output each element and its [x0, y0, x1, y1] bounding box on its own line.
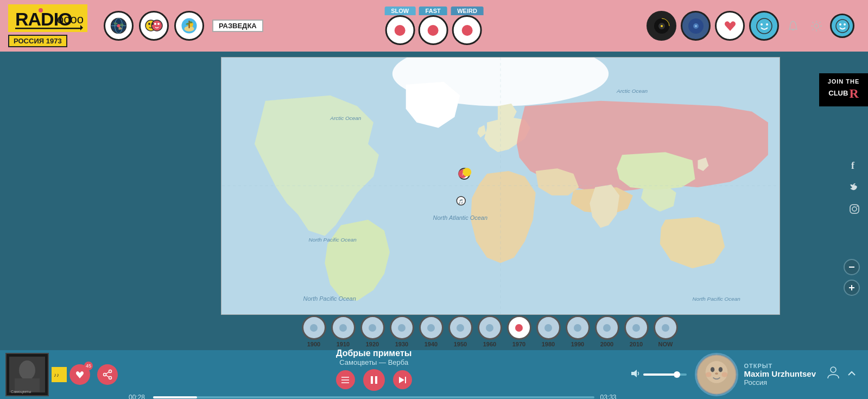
player-controls: Добрые приметы Самоцветы — Верба [118, 349, 630, 400]
svg-point-11 [151, 20, 162, 31]
join-club-line1: JOIN THE [822, 78, 865, 85]
island-nav-icon[interactable] [174, 11, 204, 41]
facebook-icon[interactable]: f [849, 160, 860, 174]
svg-text:f: f [851, 160, 855, 171]
weird-label: WEIRD [451, 7, 484, 15]
like-button[interactable]: 45 [69, 364, 90, 385]
svg-point-65 [109, 377, 112, 379]
fast-label: FAST [419, 7, 447, 15]
timeline-dot-1990 [574, 324, 581, 332]
globe-nav-icon[interactable] [104, 11, 134, 41]
twitter-icon[interactable] [849, 182, 860, 195]
np-country: Россия [744, 378, 816, 387]
timeline-dot-2010 [632, 324, 640, 332]
user-profile-icon[interactable] [830, 14, 854, 38]
player-bar: Самоцветы ♪♪ 45 [0, 350, 868, 399]
slow-label: SLOW [384, 7, 415, 15]
progress-bar[interactable] [153, 396, 594, 398]
fast-button[interactable]: FAST [418, 7, 448, 45]
volume-icon[interactable] [630, 368, 641, 381]
weird-button[interactable]: WEIRD [451, 7, 484, 45]
timeline-item-2000[interactable]: 2000 [595, 315, 619, 347]
svg-line-67 [106, 372, 109, 374]
weird-dot [461, 25, 472, 36]
time-total: 03:33 [600, 394, 619, 400]
timeline-item-1930[interactable]: 1930 [390, 315, 414, 347]
timeline-item-1970[interactable]: 1970 [507, 315, 531, 347]
join-club-button[interactable]: JOIN THE CLUB R [819, 73, 868, 106]
now-playing-info: ОТКРЫТ Maxim Urzhuntsev Россия [744, 363, 816, 387]
zoom-in-button[interactable] [844, 280, 860, 296]
playlist-button[interactable] [336, 370, 355, 389]
timeline-item-1900[interactable]: 1900 [302, 315, 326, 347]
timeline-circle-1990 [566, 315, 590, 340]
timeline-dot-1910 [339, 324, 347, 332]
timeline-item-1920[interactable]: 1920 [360, 315, 385, 347]
join-club-line2: CLUB R [822, 85, 865, 102]
fast-dot [428, 25, 439, 36]
user-avatar[interactable] [695, 353, 738, 396]
timeline-year-1980: 1980 [542, 341, 555, 347]
logo-wrapper[interactable]: RADIO oooo [8, 4, 87, 32]
user-profile-small-icon[interactable] [826, 365, 841, 384]
zoom-out-button[interactable] [844, 259, 860, 275]
timeline-item-NOW[interactable]: NOW [654, 315, 678, 347]
timeline-item-1990[interactable]: 1990 [566, 315, 590, 347]
cd-icon[interactable] [681, 11, 711, 41]
svg-point-25 [695, 25, 697, 27]
timeline-item-1910[interactable]: 1910 [331, 315, 356, 347]
timeline-year-1900: 1900 [307, 341, 320, 347]
settings-gear-icon[interactable] [807, 16, 826, 35]
svg-point-64 [109, 370, 112, 373]
player-left-controls: 45 [67, 364, 118, 385]
share-button[interactable] [97, 364, 118, 385]
instagram-icon[interactable] [849, 204, 860, 217]
svg-text:🎵: 🎵 [458, 199, 464, 204]
timeline-year-1920: 1920 [366, 341, 379, 347]
expand-button[interactable] [846, 368, 857, 382]
timeline-dot-1960 [486, 324, 493, 332]
player-buttons [336, 369, 412, 391]
band-label-icon[interactable]: ♪♪ [52, 367, 67, 382]
slow-button[interactable]: SLOW [384, 7, 415, 45]
svg-text:North Atlantic Ocean: North Atlantic Ocean [433, 214, 488, 221]
svg-point-43 [462, 168, 471, 176]
timeline-item-1940[interactable]: 1940 [419, 315, 443, 347]
map-wrapper[interactable]: Arctic Ocean Arctic Ocean North Pacific … [221, 57, 780, 315]
vinyl-icon[interactable] [647, 11, 676, 41]
svg-text:Arctic Ocean: Arctic Ocean [330, 115, 361, 121]
svg-point-26 [757, 18, 772, 34]
timeline-item-1960[interactable]: 1960 [478, 315, 502, 347]
timeline-circle-1930 [390, 315, 414, 340]
timeline-year-1950: 1950 [454, 341, 467, 347]
timeline-circle-1920 [360, 315, 385, 340]
timeline-item-1980[interactable]: 1980 [536, 315, 561, 347]
time-current: 00:28 [129, 394, 148, 400]
notification-bell-icon[interactable] [783, 16, 802, 35]
svg-text:oooo: oooo [57, 12, 83, 26]
svg-point-22 [661, 25, 663, 27]
track-title: Добрые приметы [336, 349, 411, 358]
timeline-circle-1900 [302, 315, 326, 340]
next-track-button[interactable] [393, 370, 412, 389]
svg-point-12 [148, 23, 150, 25]
track-info: Добрые приметы Самоцветы — Верба [336, 349, 411, 366]
volume-slider[interactable] [643, 373, 687, 376]
station-badge: РОССИЯ 1973 [8, 35, 67, 47]
station-label[interactable]: РАЗВЕДКА [212, 20, 263, 32]
svg-point-32 [844, 23, 846, 26]
svg-point-13 [151, 23, 154, 25]
user-avatar-image [696, 354, 737, 395]
timeline-circle-1910 [331, 315, 356, 340]
timeline-item-2010[interactable]: 2010 [624, 315, 649, 347]
progress-fill [153, 396, 197, 398]
svg-point-78 [706, 361, 728, 383]
svg-rect-4 [15, 28, 80, 29]
faces-nav-icon[interactable] [139, 11, 169, 41]
svg-text:Arctic Ocean: Arctic Ocean [616, 88, 648, 94]
timeline-item-1950[interactable]: 1950 [448, 315, 473, 347]
heart-icon[interactable] [715, 11, 745, 41]
smiley-icon[interactable] [749, 11, 779, 41]
play-pause-button[interactable] [363, 369, 385, 391]
fast-circle [418, 15, 448, 45]
